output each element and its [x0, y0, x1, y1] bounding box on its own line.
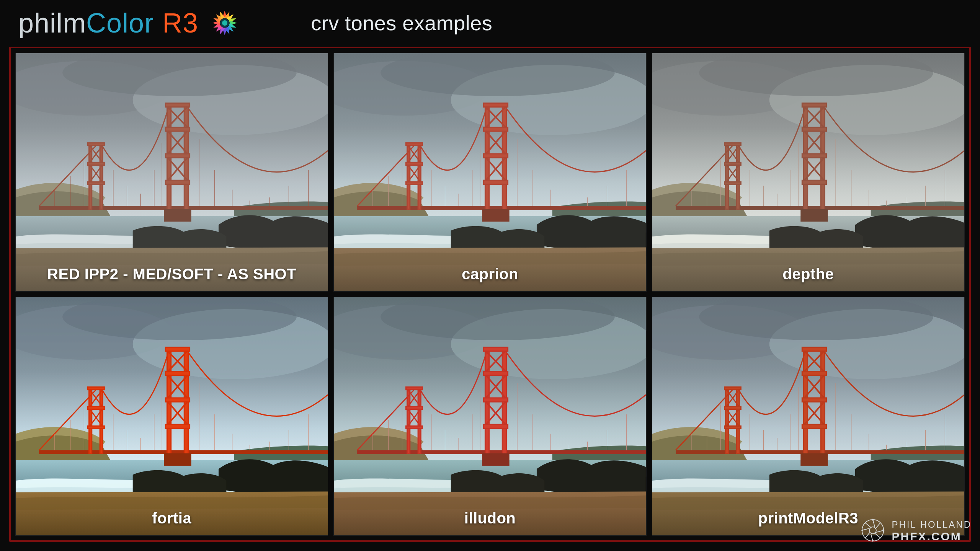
svg-rect-44 [164, 209, 191, 222]
svg-rect-228 [802, 424, 826, 428]
svg-rect-96 [802, 103, 826, 107]
svg-rect-140 [165, 372, 189, 375]
svg-rect-142 [165, 424, 189, 428]
svg-rect-227 [802, 398, 826, 402]
svg-rect-184 [484, 398, 508, 402]
cell-caption: illudon [334, 510, 646, 527]
svg-rect-237 [724, 387, 741, 390]
svg-rect-195 [406, 406, 423, 409]
svg-rect-149 [89, 388, 92, 453]
cell-caption: depthe [652, 266, 964, 283]
svg-rect-150 [100, 388, 103, 453]
svg-rect-55 [484, 154, 508, 158]
svg-rect-99 [802, 180, 826, 184]
svg-rect-153 [88, 426, 105, 429]
cell-caption: fortia [16, 510, 328, 527]
svg-rect-216 [482, 453, 510, 466]
svg-rect-192 [407, 388, 410, 453]
svg-rect-13 [165, 180, 189, 184]
svg-rect-238 [724, 406, 741, 409]
svg-rect-225 [802, 347, 826, 351]
svg-rect-98 [802, 154, 826, 158]
svg-rect-106 [725, 143, 728, 209]
logo-text-philm: philm [18, 7, 86, 39]
grid-cell: printModelR3 [652, 297, 965, 536]
svg-rect-259 [800, 453, 828, 466]
sample-scene [652, 53, 964, 292]
svg-rect-64 [418, 143, 421, 209]
svg-rect-107 [737, 143, 739, 209]
svg-rect-193 [418, 388, 421, 453]
grid-cell: caprion [333, 53, 646, 292]
svg-rect-108 [724, 143, 741, 145]
svg-rect-139 [165, 347, 189, 351]
svg-rect-239 [724, 426, 741, 429]
header-bar: philm Color R3 [0, 0, 980, 46]
sample-scene [334, 297, 646, 536]
svg-rect-24 [88, 182, 105, 184]
grid-cell: RED IPP2 - MED/SOFT - AS SHOT [15, 53, 328, 292]
sample-scene [16, 53, 328, 292]
svg-rect-130 [800, 209, 828, 222]
svg-point-1 [222, 20, 227, 26]
comparison-grid: RED IPP2 - MED/SOFT - AS SHOT [15, 53, 965, 536]
svg-rect-109 [724, 162, 741, 165]
watermark-author: PHIL HOLLAND [892, 520, 972, 529]
grid-cell: depthe [652, 53, 965, 292]
svg-rect-22 [88, 143, 105, 145]
svg-rect-12 [165, 154, 189, 158]
svg-rect-182 [484, 347, 508, 351]
svg-rect-151 [88, 387, 105, 390]
svg-rect-226 [802, 372, 826, 375]
svg-rect-152 [88, 406, 105, 409]
svg-rect-65 [406, 143, 423, 145]
svg-rect-10 [165, 103, 189, 107]
logo-text-color: Color [86, 7, 154, 39]
app-logo: philm Color R3 [18, 7, 198, 39]
comparison-frame: RED IPP2 - MED/SOFT - AS SHOT [9, 47, 971, 542]
sample-scene [334, 53, 646, 292]
svg-rect-97 [802, 127, 826, 131]
page-subtitle: crv tones examples [311, 11, 492, 35]
svg-rect-54 [484, 127, 508, 131]
svg-rect-20 [89, 143, 92, 209]
svg-rect-173 [164, 453, 191, 466]
svg-rect-87 [482, 209, 510, 222]
svg-rect-236 [737, 388, 739, 453]
sunburst-icon [211, 10, 238, 36]
svg-rect-183 [484, 372, 508, 375]
svg-rect-110 [724, 182, 741, 184]
aperture-icon [861, 518, 885, 544]
svg-rect-194 [406, 387, 423, 390]
watermark-text: PHIL HOLLAND PHFX.COM [892, 520, 972, 542]
svg-rect-185 [484, 424, 508, 428]
grid-cell: illudon [333, 297, 646, 536]
cell-caption: RED IPP2 - MED/SOFT - AS SHOT [16, 266, 328, 283]
cell-caption: caprion [334, 266, 646, 283]
svg-rect-63 [407, 143, 410, 209]
svg-rect-196 [406, 426, 423, 429]
sample-scene [16, 297, 328, 536]
svg-rect-235 [725, 388, 728, 453]
svg-rect-56 [484, 180, 508, 184]
svg-rect-66 [406, 162, 423, 165]
svg-rect-21 [100, 143, 103, 209]
svg-rect-141 [165, 398, 189, 402]
author-watermark: PHIL HOLLAND PHFX.COM [861, 518, 972, 544]
watermark-site: PHFX.COM [892, 531, 972, 542]
grid-cell: fortia [15, 297, 328, 536]
svg-rect-23 [88, 162, 105, 165]
logo-text-r3: R3 [162, 7, 198, 39]
svg-rect-53 [484, 103, 508, 107]
svg-rect-67 [406, 182, 423, 184]
svg-point-261 [869, 527, 876, 534]
sample-scene [652, 297, 964, 536]
svg-rect-11 [165, 127, 189, 131]
